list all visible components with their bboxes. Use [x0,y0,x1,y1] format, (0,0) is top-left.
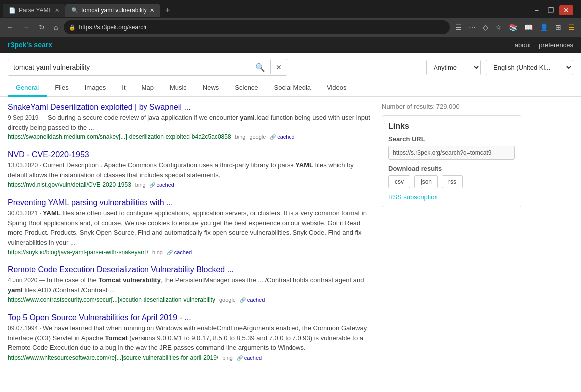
search-url[interactable]: https://s.r3pek.org/search?q=tomcat9 [388,146,515,160]
menu-icon[interactable]: ☰ [566,22,577,33]
tab-science[interactable]: Science [227,80,266,97]
extensions-icon[interactable]: ⋯ [466,22,478,33]
tab-files[interactable]: Files [47,80,76,97]
filter-wrap: Anytime Last day Last week English (Unit… [426,60,573,75]
tab-map[interactable]: Map [134,80,162,97]
clear-button[interactable]: ✕ [270,60,287,74]
tab-label-search: tomcat yaml vulnerability [81,7,146,14]
time-filter[interactable]: Anytime Last day Last week [426,60,481,75]
cached-link-1[interactable]: cached [270,134,294,140]
result-title[interactable]: Preventing YAML parsing vulnerabilities … [8,198,372,207]
searx-header: r3pek's searx about preferences [0,37,581,53]
result-url: https://swapneildash.medium.com/snakey[.… [8,133,231,140]
source-bing-5: bing [222,355,233,361]
cached-link-3[interactable]: cached [167,249,192,255]
back-button[interactable]: ← [4,21,17,33]
tab-it[interactable]: It [114,80,133,97]
result-url: https://snyk.io/blog/java-yaml-parser-wi… [8,249,148,256]
tab-general[interactable]: General [8,80,47,97]
language-filter[interactable]: English (United Ki... English (United St… [486,60,573,75]
forward-button[interactable]: → [20,21,33,33]
tab-social-media[interactable]: Social Media [266,80,319,97]
tab-videos[interactable]: Videos [319,80,355,97]
cached-link-5[interactable]: cached [237,355,262,361]
tab-music[interactable]: Music [162,80,195,97]
reader-icon[interactable]: 📖 [522,22,535,33]
result-url: https://www.contrastsecurity.com/secur[.… [8,296,215,303]
download-buttons: csv json rss [388,175,515,188]
maximize-button[interactable]: ❐ [544,5,558,15]
rss-subscription-link[interactable]: RSS subscription [388,193,515,201]
download-rss[interactable]: rss [442,175,463,188]
close-button[interactable]: ✕ [559,5,573,15]
tab-close-parse[interactable]: ✕ [55,7,59,14]
result-snippet: 30.03.2021 · YAML files are often used t… [8,208,372,247]
tab-icon-parse: 📄 [9,7,16,14]
download-csv[interactable]: csv [388,175,410,188]
result-item: SnakeYaml Deserilization exploited | by … [8,103,372,140]
address-text: https://s.r3pek.org/search [79,24,445,31]
search-bar-area: 🔍 ✕ Anytime Last day Last week English (… [0,53,581,76]
links-title: Links [388,122,515,131]
address-bar[interactable]: 🔒 https://s.r3pek.org/search [64,20,450,34]
links-box: Links Search URL https://s.r3pek.org/sea… [382,115,521,207]
result-item: Remote Code Execution Deserialization Vu… [8,265,372,303]
tabs-bar: General Files Images It Map Music News S… [0,80,581,97]
source-bing-3: bing [152,249,163,255]
search-input[interactable] [8,59,250,75]
source-google-4: google [219,297,236,303]
reload-button[interactable]: ↻ [36,21,48,33]
source-bing-1: bing [235,134,246,140]
grid-icon[interactable]: ⊞ [553,22,564,33]
result-sources: https://www.whitesourcesoftware.com/re[.… [8,354,372,361]
sidebar-column: Number of results: 729,000 Links Search … [382,103,521,371]
tab-news[interactable]: News [195,80,227,97]
result-title[interactable]: NVD - CVE-2020-1953 [8,150,372,159]
num-results: Number of results: 729,000 [382,103,521,110]
result-snippet: 09.07.1994 · We have learned that when r… [8,323,372,353]
download-label: Download results [388,165,515,172]
star-icon[interactable]: ☆ [493,22,504,33]
search-button[interactable]: 🔍 [250,60,270,75]
result-item: Top 5 Open Source Vulnerabilities for Ap… [8,313,372,361]
cached-link-4[interactable]: cached [240,297,265,303]
tab-tomcat-search[interactable]: 🔍 tomcat yaml vulnerability ✕ [65,4,160,17]
sync-icon[interactable]: 👤 [537,22,551,33]
download-json[interactable]: json [414,175,438,188]
source-bing-2: bing [135,182,145,188]
preferences-link[interactable]: preferences [539,41,573,49]
result-snippet: 9 Sep 2019 — So during a secure code rev… [8,113,372,132]
result-url: https://www.whitesourcesoftware.com/re[.… [8,354,218,361]
searx-logo[interactable]: r3pek's searx [8,41,52,49]
result-sources: https://swapneildash.medium.com/snakey[.… [8,133,372,140]
browser-chrome: 📄 Parse YAML ✕ 🔍 tomcat yaml vulnerabili… [0,0,581,37]
tab-close-search[interactable]: ✕ [150,7,154,14]
new-tab-button[interactable]: + [160,5,176,16]
content-area: SnakeYaml Deserilization exploited | by … [0,97,581,377]
result-title[interactable]: Remote Code Execution Deserialization Vu… [8,265,372,274]
about-link[interactable]: about [515,41,531,49]
search-input-wrap: 🔍 ✕ [8,59,287,76]
searx-nav: about preferences [515,41,573,49]
result-url: https://nvd.nist.gov/vuln/detail/CVE-202… [8,181,131,188]
tab-parse-yaml[interactable]: 📄 Parse YAML ✕ [3,4,65,17]
library-icon[interactable]: 📚 [506,22,520,33]
tab-label-parse: Parse YAML [19,7,52,14]
home-button[interactable]: ⌂ [51,21,61,33]
bookmark-icon[interactable]: ☰ [453,22,464,33]
lock-icon: 🔒 [69,24,76,31]
nav-icons: ☰ ⋯ ◇ ☆ 📚 📖 👤 ⊞ ☰ [453,22,577,33]
result-title[interactable]: SnakeYaml Deserilization exploited | by … [8,103,372,112]
result-snippet: 13.03.2020 · Current Description . Apach… [8,160,372,180]
minimize-button[interactable]: − [531,5,543,15]
result-sources: https://www.contrastsecurity.com/secur[.… [8,296,372,303]
tab-images[interactable]: Images [77,80,114,97]
result-snippet: 4 Jun 2020 — In the case of the Tomcat v… [8,275,372,295]
source-google-1: google [249,134,266,140]
pocket-icon[interactable]: ◇ [480,22,491,33]
cached-link-2[interactable]: cached [149,182,174,188]
tab-icon-search: 🔍 [71,7,78,14]
result-item: Preventing YAML parsing vulnerabilities … [8,198,372,256]
result-item: NVD - CVE-2020-1953 13.03.2020 · Current… [8,150,372,188]
result-title[interactable]: Top 5 Open Source Vulnerabilities for Ap… [8,313,372,322]
